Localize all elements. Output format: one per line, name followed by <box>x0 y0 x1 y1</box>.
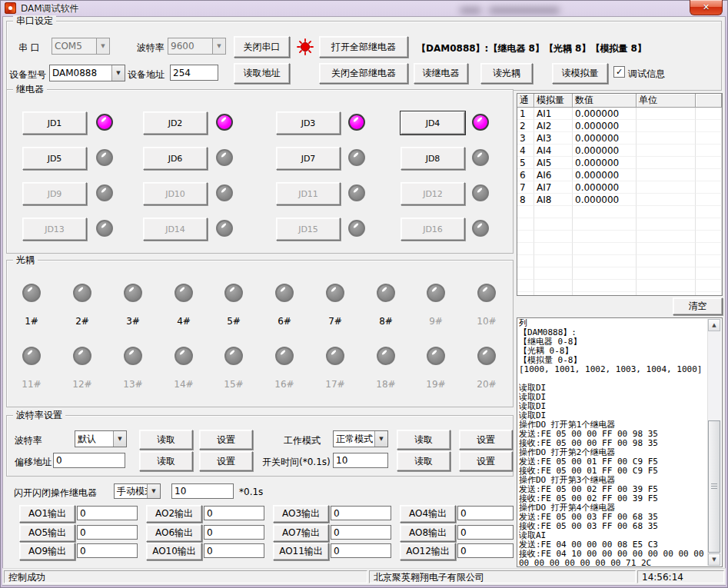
table-cell: 0.000000 <box>573 132 637 145</box>
table-cell <box>573 292 637 296</box>
analog-output-button-8[interactable]: AO8输出 <box>400 524 456 542</box>
baudrate-combo[interactable]: 9600 ▼ <box>168 38 226 55</box>
offset-address-input[interactable] <box>53 453 125 468</box>
analog-output-button-7[interactable]: AO7输出 <box>273 524 329 542</box>
read-relays-button[interactable]: 读继电器 <box>414 63 468 84</box>
analog-output-input-3[interactable] <box>331 506 391 520</box>
analog-output-input-11[interactable] <box>331 543 391 558</box>
log-panel[interactable]: 列【DAM0888】: 【继电器 0-8】 【光耦 0-8】 【模拟量 0-8】… <box>517 317 723 567</box>
scroll-down-icon[interactable]: ▼ <box>708 553 720 566</box>
relay-button-JD3[interactable]: JD3 <box>276 111 341 135</box>
switch-time-input[interactable] <box>333 453 388 468</box>
analog-output-button-5[interactable]: AO5输出 <box>19 524 75 542</box>
serial-port-combo[interactable]: COM5 ▼ <box>52 38 110 55</box>
baud-set-button[interactable]: 设置 <box>199 430 253 450</box>
clear-log-button[interactable]: 清空 <box>673 297 723 315</box>
offset-read-button[interactable]: 读取 <box>139 451 193 471</box>
debug-info-checkbox[interactable]: ✓ <box>613 66 625 78</box>
relay-button-JD8[interactable]: JD8 <box>401 147 465 170</box>
chevron-down-icon: ▼ <box>111 65 125 81</box>
switch-time-set-button[interactable]: 设置 <box>459 451 513 471</box>
table-row[interactable]: 2AI20.000000 <box>517 120 722 132</box>
opto-label-11: 11# <box>18 379 45 390</box>
device-address-input[interactable] <box>170 65 218 81</box>
relay-button-JD11[interactable]: JD11 <box>276 182 341 205</box>
relay-button-JD9[interactable]: JD9 <box>22 182 87 205</box>
analog-output-input-12[interactable] <box>457 543 514 558</box>
close-all-relays-button[interactable]: 关闭全部继电器 <box>319 63 408 84</box>
table-cell <box>637 243 696 255</box>
relay-button-JD14[interactable]: JD14 <box>143 218 208 241</box>
close-button[interactable]: ✕ <box>690 0 723 15</box>
analog-output-button-9[interactable]: AO9输出 <box>19 543 75 560</box>
relay-button-JD15[interactable]: JD15 <box>276 218 341 241</box>
analog-output-button-3[interactable]: AO3输出 <box>273 505 329 523</box>
offset-set-button[interactable]: 设置 <box>199 451 253 471</box>
table-cell <box>637 280 696 292</box>
table-row[interactable]: 6AI60.000000 <box>517 169 722 181</box>
relay-button-JD6[interactable]: JD6 <box>143 147 208 170</box>
baud-combo[interactable]: 默认 ▼ <box>75 430 127 447</box>
relay-button-JD2[interactable]: JD2 <box>143 111 208 135</box>
read-address-button[interactable]: 读取地址 <box>234 63 290 84</box>
analog-output-input-9[interactable] <box>77 543 138 558</box>
device-info-label: 【DAM0888】:【继电器 8】【光耦 8】【模拟量 8】 <box>417 42 647 55</box>
table-cell <box>637 292 696 296</box>
read-opto-button[interactable]: 读光耦 <box>480 63 533 84</box>
chevron-down-icon: ▼ <box>374 431 387 447</box>
analog-output-input-8[interactable] <box>457 525 514 540</box>
table-row[interactable]: 3AI30.000000 <box>517 132 722 145</box>
table-cell <box>637 218 696 231</box>
close-serial-port-button[interactable]: 关闭串口 <box>234 36 290 58</box>
scrollbar-thumb[interactable] <box>708 420 720 553</box>
relay-button-JD13[interactable]: JD13 <box>22 218 87 241</box>
work-mode-set-button[interactable]: 设置 <box>459 430 513 450</box>
analog-output-input-7[interactable] <box>331 525 391 540</box>
table-cell: AI3 <box>534 132 573 145</box>
table-row[interactable]: 4AI40.000000 <box>517 145 722 157</box>
scroll-up-icon[interactable]: ▲ <box>708 319 720 331</box>
analog-output-input-6[interactable] <box>204 525 264 540</box>
analog-output-button-11[interactable]: AO11输出 <box>273 543 329 560</box>
device-model-combo[interactable]: DAM0888 ▼ <box>49 65 125 81</box>
table-cell: 0.000000 <box>573 108 637 120</box>
table-cell: 0.000000 <box>573 120 637 132</box>
flash-mode-combo[interactable]: 手动模式 ▼ <box>114 483 161 499</box>
analog-output-button-6[interactable]: AO6输出 <box>146 524 202 542</box>
relay-button-JD10[interactable]: JD10 <box>143 182 208 205</box>
log-scrollbar[interactable]: ▲ ▼ <box>707 319 721 566</box>
opto-led-18-icon <box>377 347 395 365</box>
table-row[interactable]: 1AI10.000000 <box>517 108 722 120</box>
analog-output-input-2[interactable] <box>204 506 264 520</box>
analog-output-input-10[interactable] <box>204 543 264 558</box>
open-all-relays-button[interactable]: 打开全部继电器 <box>319 36 408 58</box>
analog-output-button-4[interactable]: AO4输出 <box>400 505 456 523</box>
baud-read-button[interactable]: 读取 <box>139 430 193 450</box>
relay-button-JD7[interactable]: JD7 <box>276 147 341 170</box>
relay-button-JD5[interactable]: JD5 <box>22 147 87 170</box>
work-mode-read-button[interactable]: 读取 <box>397 430 450 450</box>
analog-output-button-10[interactable]: AO10输出 <box>146 543 202 560</box>
read-analog-button[interactable]: 读模拟量 <box>552 63 608 84</box>
opto-led-5-icon <box>224 284 243 302</box>
switch-time-read-button[interactable]: 读取 <box>397 451 450 471</box>
opto-led-10-icon <box>477 284 496 302</box>
table-row[interactable]: 7AI70.000000 <box>517 181 722 194</box>
flash-unit-label: *0.1s <box>239 487 263 497</box>
analog-output-button-12[interactable]: AO12输出 <box>400 543 456 560</box>
analog-output-input-5[interactable] <box>77 525 138 540</box>
flash-time-input[interactable] <box>171 483 234 499</box>
analog-output-button-1[interactable]: AO1输出 <box>19 505 75 523</box>
analog-output-input-4[interactable] <box>457 506 514 520</box>
relay-button-JD12[interactable]: JD12 <box>401 182 465 205</box>
work-mode-combo[interactable]: 正常模式 ▼ <box>333 430 388 447</box>
table-row[interactable]: 8AI80.000000 <box>517 194 722 206</box>
table-cell <box>637 194 696 206</box>
relay-button-JD1[interactable]: JD1 <box>22 111 87 135</box>
analog-output-button-2[interactable]: AO2输出 <box>146 505 202 523</box>
table-cell: AI5 <box>534 157 573 169</box>
analog-output-input-1[interactable] <box>77 506 138 520</box>
relay-button-JD4[interactable]: JD4 <box>401 111 465 135</box>
relay-button-JD16[interactable]: JD16 <box>401 218 465 241</box>
table-row[interactable]: 5AI50.000000 <box>517 157 722 169</box>
